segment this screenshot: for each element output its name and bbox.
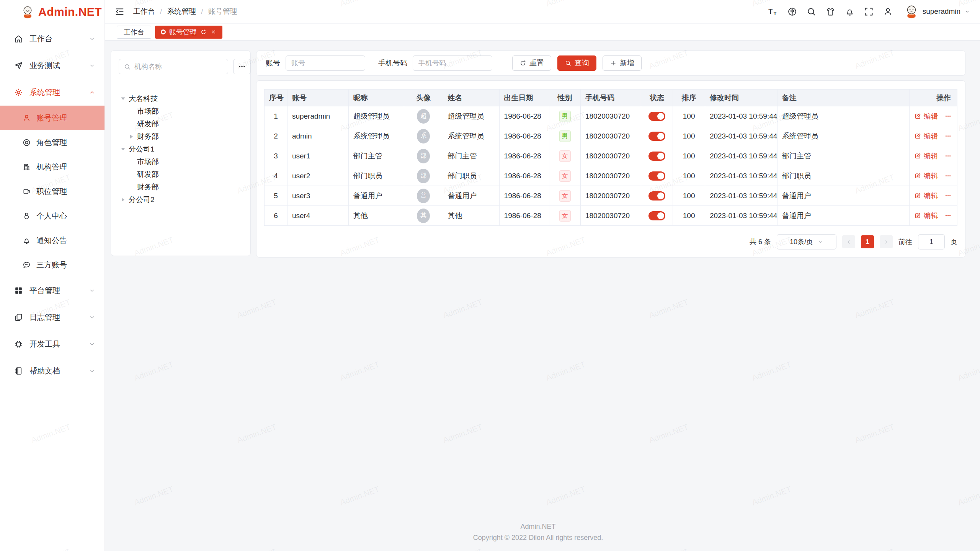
sidebar-item-label: 开发工具 xyxy=(29,339,89,349)
cell-modified-time: 2023-01-03 10:59:44 xyxy=(705,206,777,226)
sidebar-item-log-management[interactable]: 日志管理 xyxy=(0,304,105,331)
tree-node[interactable]: 研发部 xyxy=(116,117,246,130)
edit-button[interactable]: 编辑 xyxy=(914,171,938,181)
sidebar-item-account-management[interactable]: 账号管理 xyxy=(0,106,105,130)
search-button[interactable]: 查询 xyxy=(557,55,596,71)
sidebar-item-notice[interactable]: 通知公告 xyxy=(0,228,105,253)
edit-button[interactable]: 编辑 xyxy=(914,211,938,221)
sidebar-item-position-management[interactable]: 职位管理 xyxy=(0,179,105,204)
cell-nickname: 部门主管 xyxy=(348,146,404,166)
status-toggle[interactable] xyxy=(648,191,665,201)
sidebar-item-org-management[interactable]: 机构管理 xyxy=(0,155,105,179)
sidebar-item-business-test[interactable]: 业务测试 xyxy=(0,52,105,79)
sidebar-item-platform-management[interactable]: 平台管理 xyxy=(0,277,105,304)
add-button[interactable]: 新增 xyxy=(603,55,642,71)
cell-account: user4 xyxy=(287,206,348,226)
sidebar-item-workbench[interactable]: 工作台 xyxy=(0,25,105,52)
tree-caret-icon[interactable] xyxy=(130,135,137,139)
tab-label: 账号管理 xyxy=(169,28,197,37)
sidebar-item-system-management[interactable]: 系统管理 xyxy=(0,79,105,106)
next-page-button[interactable] xyxy=(880,235,893,248)
current-page-button[interactable]: 1 xyxy=(861,235,874,248)
tree-caret-icon[interactable] xyxy=(122,198,129,202)
position-icon xyxy=(22,187,31,196)
sidebar-item-personal-center[interactable]: 个人中心 xyxy=(0,204,105,228)
tree-node[interactable]: 大名科技 xyxy=(116,92,246,105)
status-toggle[interactable] xyxy=(648,152,665,161)
tree-caret-icon[interactable] xyxy=(122,147,129,151)
cell-avatar: 部 xyxy=(404,146,443,166)
refresh-tab-icon[interactable] xyxy=(200,29,207,35)
tree-node[interactable]: 分公司2 xyxy=(116,193,246,206)
phone-input[interactable] xyxy=(413,55,492,71)
logo-text: Admin.NET xyxy=(38,5,102,18)
breadcrumb-item-system[interactable]: 系统管理 xyxy=(167,7,196,16)
table-row: 2admin系统管理员系系统管理员1986-06-28男180200307201… xyxy=(265,126,957,146)
tree-node[interactable]: 市场部 xyxy=(116,105,246,117)
row-more-button[interactable] xyxy=(944,152,952,160)
tab-workbench[interactable]: 工作台 xyxy=(117,26,151,39)
logo-mascot-icon xyxy=(21,5,34,19)
column-header: 排序 xyxy=(673,90,705,106)
sidebar-item-third-party-account[interactable]: 三方账号 xyxy=(0,253,105,277)
reset-button[interactable]: 重置 xyxy=(512,55,551,71)
row-more-button[interactable] xyxy=(944,172,952,179)
status-toggle[interactable] xyxy=(648,211,665,220)
footer-copyright: Copyright © 2022 Dilon All rights reserv… xyxy=(111,532,965,543)
collapse-sidebar-icon[interactable] xyxy=(114,7,125,17)
tree-node[interactable]: 财务部 xyxy=(116,181,246,193)
breadcrumb-item-workbench[interactable]: 工作台 xyxy=(133,7,155,16)
page-size-select[interactable]: 10条/页 xyxy=(777,234,836,249)
cell-birthdate: 1986-06-28 xyxy=(499,206,549,226)
accounts-table-panel: 序号账号昵称头像姓名出生日期性别手机号码状态排序修改时间备注操作 1supera… xyxy=(256,80,965,258)
edit-icon xyxy=(914,172,921,179)
edit-button[interactable]: 编辑 xyxy=(914,151,938,161)
row-more-button[interactable] xyxy=(944,112,952,120)
cell-name: 超级管理员 xyxy=(443,106,499,126)
tab-account-management[interactable]: 账号管理 xyxy=(155,26,222,39)
tree-node-label: 分公司1 xyxy=(129,144,155,154)
cell-remark: 系统管理员 xyxy=(777,126,909,146)
fullscreen-icon[interactable] xyxy=(864,7,874,17)
close-tab-icon[interactable] xyxy=(210,29,217,35)
account-input[interactable] xyxy=(286,55,365,71)
row-more-button[interactable] xyxy=(944,192,952,199)
row-more-button[interactable] xyxy=(944,212,952,219)
tree-more-button[interactable] xyxy=(233,59,251,74)
tree-node[interactable]: 市场部 xyxy=(116,155,246,168)
edit-button[interactable]: 编辑 xyxy=(914,131,938,141)
sidebar-item-dev-tools[interactable]: 开发工具 xyxy=(0,331,105,357)
fontsize-icon[interactable]: TT xyxy=(768,7,778,17)
sidebar-item-role-management[interactable]: 角色管理 xyxy=(0,130,105,155)
cell-avatar: 普 xyxy=(404,186,443,206)
edit-button[interactable]: 编辑 xyxy=(914,111,938,121)
cell-index: 4 xyxy=(265,166,287,186)
cell-birthdate: 1986-06-28 xyxy=(499,106,549,126)
tree-node[interactable]: 分公司1 xyxy=(116,143,246,155)
row-more-button[interactable] xyxy=(944,132,952,140)
org-icon xyxy=(22,163,31,171)
tree-node[interactable]: 研发部 xyxy=(116,168,246,181)
person-icon[interactable] xyxy=(883,7,893,17)
language-icon[interactable] xyxy=(787,7,797,17)
status-toggle[interactable] xyxy=(648,132,665,141)
edit-button[interactable]: 编辑 xyxy=(914,191,938,201)
app-logo[interactable]: Admin.NET xyxy=(0,0,105,24)
org-search-input[interactable] xyxy=(134,63,223,71)
column-header: 昵称 xyxy=(348,90,404,106)
notification-icon[interactable] xyxy=(844,7,855,17)
goto-page-input[interactable] xyxy=(918,234,945,249)
status-toggle[interactable] xyxy=(648,171,665,181)
cell-modified-time: 2023-01-03 10:59:44 xyxy=(705,166,777,186)
user-menu[interactable]: superadmin xyxy=(904,4,970,19)
sidebar-item-help-docs[interactable]: 帮助文档 xyxy=(0,357,105,384)
pagination: 共 6 条 10条/页 1 前往 页 xyxy=(264,234,957,249)
theme-icon[interactable] xyxy=(825,7,836,17)
tree-node[interactable]: 财务部 xyxy=(116,130,246,143)
cell-actions: 编辑 xyxy=(909,106,957,126)
avatar: 普 xyxy=(417,189,430,203)
prev-page-button[interactable] xyxy=(842,235,855,248)
tree-caret-icon[interactable] xyxy=(122,97,129,101)
status-toggle[interactable] xyxy=(648,112,665,121)
search-icon[interactable] xyxy=(806,7,817,17)
